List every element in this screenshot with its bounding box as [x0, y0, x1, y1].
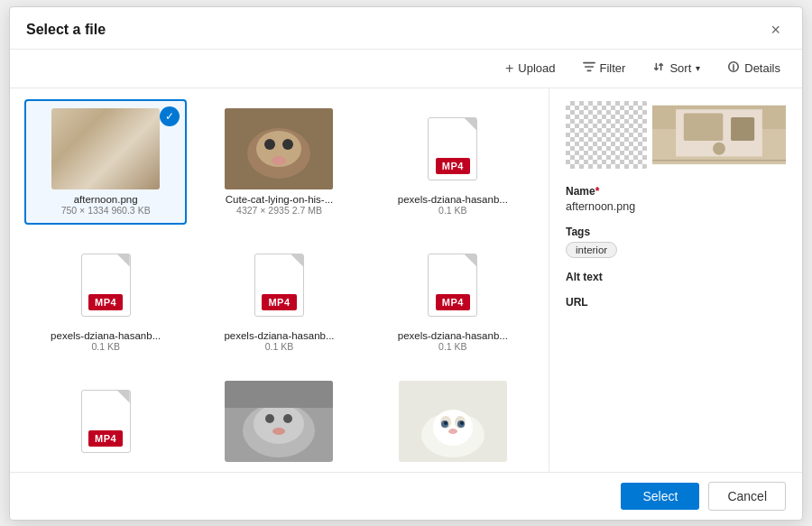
svg-point-10 — [265, 414, 274, 423]
alt-text-label: Alt text — [566, 271, 786, 283]
file-thumbnail: MP4 — [51, 381, 160, 462]
url-field: URL — [566, 296, 786, 309]
file-thumbnail: MP4 — [51, 245, 160, 326]
tag-badge: interior — [566, 242, 617, 258]
file-name: pexels-dziana-hasanb... — [398, 330, 508, 341]
upload-label: Upload — [518, 61, 555, 75]
file-thumbnail: MP4 — [225, 245, 333, 326]
file-name: Cute-cat-lying-on-his-... — [226, 194, 334, 205]
sort-icon — [652, 60, 665, 76]
preview-section — [566, 101, 786, 169]
file-name: afternoon.png — [74, 194, 138, 205]
toolbar: + Upload Filter Sort ▾ — [10, 50, 802, 88]
file-grid-area: ✓ afternoon.png 750 × 1334 960.3 KB — [10, 88, 549, 472]
svg-point-6 — [272, 156, 286, 165]
tags-field: Tags interior — [566, 226, 786, 258]
svg-point-9 — [254, 404, 304, 444]
svg-point-21 — [444, 421, 448, 425]
name-value: afternoon.png — [566, 200, 786, 213]
filter-button[interactable]: Filter — [577, 57, 632, 79]
sort-label: Sort — [669, 61, 691, 75]
svg-rect-13 — [225, 381, 333, 408]
mp4-badge: MP4 — [436, 294, 470, 310]
file-grid: ✓ afternoon.png 750 × 1334 960.3 KB — [24, 99, 534, 472]
svg-rect-28 — [731, 116, 754, 140]
file-meta: 0.1 KB — [438, 205, 467, 216]
file-item[interactable] — [198, 372, 360, 472]
cancel-button[interactable]: Cancel — [708, 482, 786, 511]
mp4-badge: MP4 — [88, 430, 123, 447]
file-thumbnail — [225, 381, 333, 462]
upload-button[interactable]: + Upload — [500, 57, 561, 80]
file-thumbnail: MP4 — [399, 108, 507, 189]
svg-point-23 — [448, 429, 457, 434]
name-label: Name* — [566, 185, 786, 198]
sort-chevron-icon: ▾ — [696, 63, 700, 73]
file-meta: 4327 × 2935 2.7 MB — [236, 205, 322, 216]
checker-background — [566, 101, 647, 169]
filter-icon — [583, 60, 595, 76]
file-thumbnail — [399, 381, 507, 462]
sort-button[interactable]: Sort ▾ — [647, 57, 706, 79]
info-icon — [727, 60, 740, 76]
close-button[interactable]: × — [765, 20, 786, 40]
file-name: pexels-dziana-hasanb... — [51, 330, 161, 341]
svg-point-5 — [282, 139, 293, 150]
details-panel: Name* afternoon.png Tags interior Alt te… — [549, 88, 802, 472]
svg-point-12 — [272, 428, 285, 435]
file-item[interactable]: MP4 pexels-dziana-hasanb... 0.1 KB — [198, 235, 360, 361]
mp4-badge: MP4 — [262, 294, 296, 310]
file-item[interactable]: MP4 pexels-dziana-hasanb... 0.1 KB — [24, 235, 187, 361]
file-name: pexels-dziana-hasanb... — [224, 330, 334, 341]
selected-checkmark: ✓ — [160, 106, 180, 126]
details-label: Details — [744, 61, 780, 75]
file-item[interactable]: MP4 — [24, 372, 187, 472]
svg-point-16 — [433, 410, 473, 446]
main-area: ✓ afternoon.png 750 × 1334 960.3 KB — [10, 88, 802, 472]
mp4-badge: MP4 — [88, 294, 123, 310]
file-meta: 750 × 1334 960.3 KB — [61, 205, 151, 216]
file-thumbnail — [225, 108, 333, 189]
svg-rect-27 — [684, 113, 724, 140]
mp4-badge: MP4 — [436, 158, 470, 174]
svg-point-29 — [713, 142, 725, 154]
svg-point-11 — [283, 414, 292, 423]
file-meta: 0.1 KB — [438, 341, 467, 352]
file-meta: 0.1 KB — [265, 341, 294, 352]
dialog-header: Select a file × — [10, 7, 802, 50]
file-thumbnail: MP4 — [399, 245, 507, 326]
file-item[interactable] — [372, 372, 534, 472]
file-item[interactable]: Cute-cat-lying-on-his-... 4327 × 2935 2.… — [198, 99, 360, 225]
alt-text-field: Alt text — [566, 271, 786, 283]
filter-label: Filter — [600, 61, 626, 75]
plus-icon: + — [505, 60, 513, 77]
name-field: Name* afternoon.png — [566, 185, 786, 213]
preview-main-image — [652, 101, 786, 169]
svg-point-22 — [460, 421, 464, 425]
file-item[interactable]: MP4 pexels-dziana-hasanb... 0.1 KB — [372, 235, 534, 361]
tags-list: interior — [566, 241, 786, 258]
tags-label: Tags — [566, 226, 786, 238]
dialog-title: Select a file — [26, 22, 106, 38]
url-label: URL — [566, 296, 786, 309]
svg-point-4 — [264, 139, 275, 150]
details-button[interactable]: Details — [722, 57, 786, 79]
file-item[interactable]: ✓ afternoon.png 750 × 1334 960.3 KB — [24, 99, 187, 225]
file-item[interactable]: MP4 pexels-dziana-hasanb... 0.1 KB — [372, 99, 534, 225]
select-button[interactable]: Select — [621, 483, 699, 510]
file-meta: 0.1 KB — [91, 341, 120, 352]
dialog-footer: Select Cancel — [10, 472, 802, 520]
select-file-dialog: Select a file × + Upload Filter Sort ▾ — [9, 6, 803, 521]
file-name: pexels-dziana-hasanb... — [398, 194, 508, 205]
file-thumbnail — [51, 108, 160, 189]
